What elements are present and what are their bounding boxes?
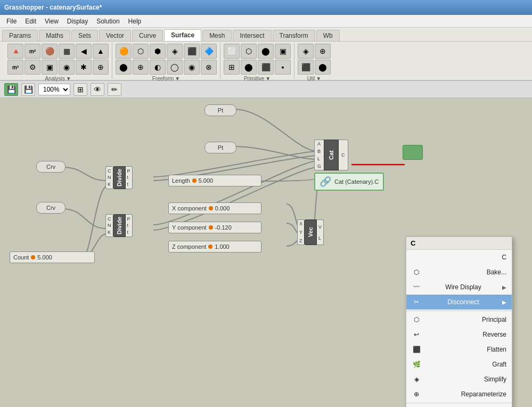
util-icon-1[interactable]: ◈ bbox=[298, 44, 314, 59]
menu-solution[interactable]: Solution bbox=[92, 17, 124, 26]
primitive-expand[interactable]: ▼ bbox=[265, 76, 271, 82]
ctx-item-flatten[interactable]: ⬛ Flatten bbox=[406, 342, 512, 357]
zoom-select[interactable]: 100% 75% 50% 150% bbox=[38, 84, 70, 95]
toolbar-icon-6[interactable]: ▲ bbox=[93, 44, 109, 59]
util-expand[interactable]: ▼ bbox=[316, 76, 321, 82]
zoom-fit-button[interactable]: ⊞ bbox=[73, 83, 87, 96]
bake-label: Bake... bbox=[487, 268, 506, 276]
primitive-icon-6[interactable]: ⬤ bbox=[241, 60, 257, 75]
ctx-item-simplify[interactable]: ◈ Simplify bbox=[406, 372, 512, 387]
tab-surface[interactable]: Surface bbox=[164, 29, 201, 41]
freeform-icon-10[interactable]: ◯ bbox=[167, 60, 183, 75]
freeform-expand[interactable]: ▼ bbox=[175, 76, 180, 82]
primitive-icon-5[interactable]: ⊞ bbox=[224, 60, 240, 75]
toolbar-icon-10[interactable]: ◉ bbox=[59, 60, 75, 75]
toolbar-icon-5[interactable]: ◀ bbox=[76, 44, 92, 59]
freeform-icon-9[interactable]: ◐ bbox=[150, 60, 166, 75]
tab-curve[interactable]: Curve bbox=[132, 30, 163, 41]
tab-wb[interactable]: Wb bbox=[316, 30, 340, 41]
cat-selected-text: Cat (Catenary).C bbox=[334, 178, 379, 185]
toolbar-icon-3[interactable]: 🟤 bbox=[42, 44, 58, 59]
save-button[interactable]: 💾 bbox=[4, 83, 18, 96]
ctx-item-bake[interactable]: ⬡ Bake... bbox=[406, 265, 512, 280]
primitive-icon-4[interactable]: ▣ bbox=[275, 44, 291, 59]
cat-node[interactable]: A B L G Cat C bbox=[314, 140, 348, 170]
crv-node-2[interactable]: Crv bbox=[36, 202, 66, 214]
toolbar-icon-2[interactable]: m² bbox=[24, 44, 40, 59]
menu-help[interactable]: Help bbox=[124, 17, 146, 26]
length-input[interactable]: Length 5.000 bbox=[168, 175, 261, 186]
menu-edit[interactable]: Edit bbox=[21, 17, 40, 26]
toolbar-icon-4[interactable]: ▦ bbox=[59, 44, 75, 59]
freeform-icon-3[interactable]: ⬢ bbox=[150, 44, 166, 59]
menu-file[interactable]: File bbox=[2, 17, 21, 26]
util-icon-3[interactable]: ⬛ bbox=[298, 60, 314, 75]
ctx-header: C bbox=[406, 237, 512, 250]
toolbar-icon-9[interactable]: ▣ bbox=[42, 60, 58, 75]
ctx-item-c[interactable]: C bbox=[406, 250, 512, 265]
pt-node-1[interactable]: Pt bbox=[204, 104, 236, 116]
preview-button[interactable]: 👁 bbox=[91, 83, 104, 96]
cat-body: Cat bbox=[324, 140, 339, 170]
green-box-node[interactable] bbox=[403, 145, 423, 160]
count-input[interactable]: Count 5.000 bbox=[10, 251, 95, 263]
principal-label: Principal bbox=[482, 316, 506, 323]
tab-mesh[interactable]: Mesh bbox=[202, 30, 232, 41]
cat-selected-label[interactable]: 🔗 Cat (Catenary).C bbox=[314, 173, 384, 191]
divide-node-2[interactable]: C N K Divide P t t bbox=[105, 214, 133, 237]
ctx-item-graft[interactable]: 🌿 Graft bbox=[406, 357, 512, 372]
toolbar-icon-1[interactable]: 🔺 bbox=[7, 44, 23, 59]
freeform-icon-1[interactable]: 🟠 bbox=[116, 44, 132, 59]
pt-node-2[interactable]: Pt bbox=[204, 142, 236, 153]
freeform-icon-11[interactable]: ◉ bbox=[184, 60, 200, 75]
toolbar-icon-12[interactable]: ⊕ bbox=[93, 60, 109, 75]
x-component-input[interactable]: X component 0.000 bbox=[168, 202, 261, 214]
freeform-icon-6[interactable]: 🔷 bbox=[201, 44, 217, 59]
toolbar-icon-7[interactable]: m³ bbox=[7, 60, 23, 75]
save-as-button[interactable]: 💾 bbox=[21, 83, 35, 96]
freeform-icon-4[interactable]: ◈ bbox=[167, 44, 183, 59]
ctx-item-reverse[interactable]: ↩ Reverse bbox=[406, 327, 512, 342]
length-value: 5.000 bbox=[199, 177, 214, 184]
ctx-item-principal[interactable]: ⬡ Principal bbox=[406, 312, 512, 327]
toolbar-icon-8[interactable]: ⚙ bbox=[24, 60, 40, 75]
toolbar-icon-11[interactable]: ✱ bbox=[76, 60, 92, 75]
draw-button[interactable]: ✏ bbox=[108, 83, 121, 96]
principal-icon: ⬡ bbox=[412, 315, 421, 324]
util-icon-2[interactable]: ⊕ bbox=[315, 44, 331, 59]
flatten-icon: ⬛ bbox=[412, 345, 421, 354]
divide-node-1[interactable]: C N K Divide P t t bbox=[105, 166, 133, 189]
tab-maths[interactable]: Maths bbox=[39, 30, 70, 41]
ctx-item-wire-display[interactable]: 〰 Wire Display ▶ bbox=[406, 280, 512, 295]
cat-port-out: C bbox=[339, 140, 348, 170]
primitive-icon-2[interactable]: ⬡ bbox=[241, 44, 257, 59]
tab-intersect[interactable]: Intersect bbox=[233, 30, 271, 41]
tab-sets[interactable]: Sets bbox=[71, 30, 98, 41]
primitive-icon-8[interactable]: ▪ bbox=[275, 60, 291, 75]
primitive-icon-7[interactable]: ⬛ bbox=[258, 60, 274, 75]
freeform-icon-7[interactable]: ⬤ bbox=[116, 60, 132, 75]
toolbar-group-analysis: 🔺 m² 🟤 ▦ ◀ ▲ m³ ⚙ ▣ ◉ ✱ ⊕ Analysis ▼ bbox=[4, 43, 112, 79]
z-component-input[interactable]: Z component 1.000 bbox=[168, 241, 261, 253]
tab-vector[interactable]: Vector bbox=[99, 30, 131, 41]
primitive-icon-3[interactable]: ⬤ bbox=[258, 44, 274, 59]
ctx-item-reparameterize[interactable]: ⊕ Reparameterize bbox=[406, 387, 512, 402]
graft-label: Graft bbox=[492, 361, 506, 368]
ctx-item-disconnect[interactable]: ✂ Disconnect ▶ bbox=[406, 295, 512, 310]
menu-view[interactable]: View bbox=[40, 17, 63, 26]
primitive-icon-1[interactable]: ⬜ bbox=[224, 44, 240, 59]
wire-display-label: Wire Display bbox=[445, 283, 481, 291]
tab-params[interactable]: Params bbox=[2, 30, 38, 41]
freeform-icon-8[interactable]: ⊕ bbox=[133, 60, 149, 75]
menu-display[interactable]: Display bbox=[63, 17, 92, 26]
freeform-icon-12[interactable]: ⊗ bbox=[201, 60, 217, 75]
analysis-expand[interactable]: ▼ bbox=[66, 76, 71, 82]
tab-transform[interactable]: Transform bbox=[273, 30, 315, 41]
y-component-input[interactable]: Y component -0.120 bbox=[168, 222, 261, 233]
ctx-c-icon bbox=[412, 253, 421, 262]
freeform-icon-2[interactable]: ⬡ bbox=[133, 44, 149, 59]
crv-node-1[interactable]: Crv bbox=[36, 161, 66, 173]
util-icon-4[interactable]: ⬤ bbox=[315, 60, 331, 75]
freeform-icon-5[interactable]: ⬛ bbox=[184, 44, 200, 59]
vec-node[interactable]: X Y Z Vec V L bbox=[297, 219, 324, 245]
